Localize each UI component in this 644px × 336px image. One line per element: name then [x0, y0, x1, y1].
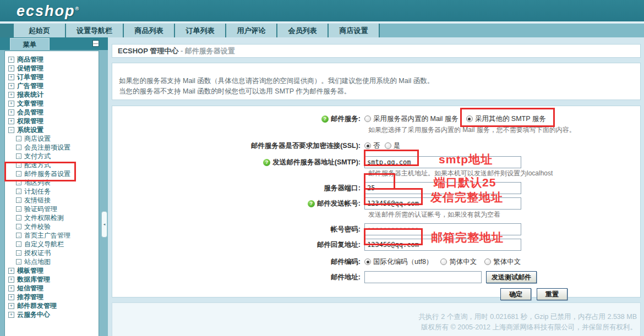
sidebar-sub-payment[interactable]: →支付方式 [16, 152, 96, 161]
password-input[interactable] [364, 223, 521, 235]
sidebar-sub-links[interactable]: →友情链接 [16, 196, 96, 205]
sidebar-sub-member-reg[interactable]: →会员注册项设置 [16, 143, 96, 152]
radio-icon[interactable] [364, 115, 371, 122]
confirm-button[interactable]: 确定 [500, 288, 531, 300]
tab-shop-settings[interactable]: 商店设置 [329, 24, 380, 37]
sidebar-splitter-handle[interactable]: ◄ [101, 211, 107, 238]
tab-user-comments[interactable]: 用户评论 [226, 24, 277, 37]
radio-icon[interactable] [484, 258, 491, 265]
expand-icon[interactable]: + [8, 92, 14, 98]
expand-icon[interactable]: + [8, 118, 14, 124]
sidebar-sub-mail-server[interactable]: →邮件服务器设置 [16, 169, 96, 178]
expand-icon[interactable]: + [8, 312, 14, 318]
sidebar-item-label: 文件校验 [24, 222, 51, 232]
help-icon[interactable]: ? [263, 159, 270, 166]
expand-icon[interactable]: + [8, 57, 14, 63]
collapse-icon[interactable]: − [8, 127, 14, 133]
tab-goods-list[interactable]: 商品列表 [124, 24, 175, 37]
sidebar-item-cloud[interactable]: +云服务中心 [8, 310, 96, 319]
sidebar-item-recommend[interactable]: +推荐管理 [8, 293, 96, 301]
sidebar-sub-captcha[interactable]: →验证码管理 [16, 205, 96, 213]
radio-ssl-no[interactable]: 否 [364, 141, 380, 151]
radio-builtin-mail[interactable]: 采用服务器内置的 Mail 服务 [364, 114, 459, 124]
radio-icon[interactable] [364, 142, 371, 149]
sidebar-sub-sitemap[interactable]: →站点地图 [16, 257, 96, 266]
sidebar-item-articles[interactable]: +文章管理 [8, 99, 96, 108]
sidebar-sub-regions[interactable]: →地区列表 [16, 178, 96, 187]
send-test-mail-button[interactable]: 发送测试邮件 [486, 271, 537, 283]
expand-icon[interactable]: + [8, 268, 14, 274]
sidebar-sub-shop-settings[interactable]: →商店设置 [16, 134, 96, 143]
sidebar-item-sms[interactable]: +短信管理 [8, 284, 96, 293]
sidebar-menu-tab[interactable]: 菜单 [10, 38, 50, 50]
expand-icon[interactable]: + [8, 83, 14, 89]
sidebar-item-database[interactable]: +数据库管理 [8, 275, 96, 284]
sidebar-item-label: 站点地图 [24, 257, 51, 267]
intro-line2: 当您的服务器不支持 Mail 函数的时候您也可以选用 SMTP 作为邮件服务器。 [119, 86, 640, 97]
account-input[interactable] [364, 197, 521, 210]
sidebar-item-label: 会员注册项设置 [24, 143, 70, 152]
tab-order-list[interactable]: 订单列表 [175, 24, 226, 37]
page-subtitle: - 邮件服务器设置 [181, 47, 235, 55]
sidebar-item-label: 邮件群发管理 [17, 301, 57, 311]
expand-icon[interactable]: + [8, 101, 14, 107]
radio-label: 是 [394, 141, 401, 151]
expand-icon[interactable]: + [8, 74, 14, 80]
help-icon[interactable]: ? [308, 200, 315, 207]
sub-arrow-icon: → [16, 162, 21, 168]
sidebar-item-permissions[interactable]: +权限管理 [8, 117, 96, 125]
sidebar-minimize-icon[interactable]: — [92, 40, 99, 47]
sidebar-item-templates[interactable]: +模板管理 [8, 266, 96, 275]
port-input[interactable] [364, 182, 521, 194]
sidebar-sub-custom-nav[interactable]: →自定义导航栏 [16, 240, 96, 249]
tab-home[interactable]: 起始页 [14, 24, 66, 37]
help-icon[interactable]: ? [321, 115, 329, 123]
sidebar-item-reports[interactable]: +报表统计 [8, 90, 96, 99]
sidebar-sub-license[interactable]: →授权证书 [16, 249, 96, 257]
sidebar-sub-shipping[interactable]: →配送方式 [16, 161, 96, 169]
intro-box: 如果您的服务器支持 Mail 函数（具体信息请咨询您的空间提供商）。我们建议您使… [112, 63, 641, 100]
radio-big5[interactable]: 繁体中文 [484, 257, 521, 267]
sidebar-item-promotion[interactable]: +促销管理 [8, 64, 96, 73]
radio-other-smtp[interactable]: 采用其他的 SMTP 服务 [466, 114, 546, 124]
sidebar-sub-cron[interactable]: →计划任务 [16, 187, 96, 196]
expand-icon[interactable]: + [8, 294, 14, 300]
smtp-host-label-wrap: ? 发送邮件服务器地址(SMTP): [112, 158, 364, 167]
page-title-bar: ECSHOP 管理中心 - 邮件服务器设置 [112, 44, 641, 58]
sidebar-item-label: 文件权限检测 [24, 213, 64, 223]
sidebar-item-ads[interactable]: +广告管理 [8, 81, 96, 90]
sidebar-sub-file-perms[interactable]: →文件权限检测 [16, 213, 96, 222]
sidebar-header: 菜单 — [0, 37, 108, 50]
sidebar-item-label: 推荐管理 [17, 293, 43, 302]
tab-member-list[interactable]: 会员列表 [277, 24, 329, 37]
expand-icon[interactable]: + [8, 65, 14, 71]
radio-icon[interactable] [440, 258, 447, 265]
footer-stats: 共执行 2 个查询，用时 0.021681 秒，Gzip 已禁用，内存占用 2.… [112, 312, 637, 322]
expand-icon[interactable]: + [8, 109, 14, 115]
intro-line1: 如果您的服务器支持 Mail 函数（具体信息请咨询您的空间提供商）。我们建议您使… [119, 76, 640, 86]
sidebar-item-orders[interactable]: +订单管理 [8, 73, 96, 81]
reply-input[interactable] [364, 239, 521, 251]
radio-ssl-yes[interactable]: 是 [385, 141, 401, 151]
radio-icon[interactable] [385, 142, 391, 149]
tab-nav-settings[interactable]: 设置导航栏 [66, 24, 124, 37]
sidebar-item-members[interactable]: +会员管理 [8, 108, 96, 117]
account-label: 邮件发送帐号: [317, 199, 361, 208]
reset-button[interactable]: 重置 [537, 288, 567, 300]
row-password: 帐号密码: [112, 223, 640, 235]
expand-icon[interactable]: + [8, 277, 14, 283]
ssl-label: 邮件服务器是否要求加密连接(SSL): [112, 141, 364, 151]
radio-utf8[interactable]: 国际化编码（utf8） [364, 257, 433, 267]
radio-gb[interactable]: 简体中文 [440, 257, 477, 267]
sidebar-item-goods[interactable]: +商品管理 [8, 55, 96, 64]
sidebar-sub-home-ads[interactable]: →首页主广告管理 [16, 231, 96, 240]
radio-icon[interactable] [364, 258, 371, 265]
test-mail-input[interactable] [364, 271, 482, 283]
expand-icon[interactable]: + [8, 303, 14, 309]
radio-icon[interactable] [466, 115, 473, 122]
expand-icon[interactable]: + [8, 285, 14, 291]
sidebar-item-system-settings[interactable]: −系统设置 [8, 125, 96, 134]
sidebar-item-mass-mail[interactable]: +邮件群发管理 [8, 301, 96, 310]
smtp-host-input[interactable] [364, 156, 521, 168]
sidebar-sub-file-check[interactable]: →文件校验 [16, 222, 96, 231]
